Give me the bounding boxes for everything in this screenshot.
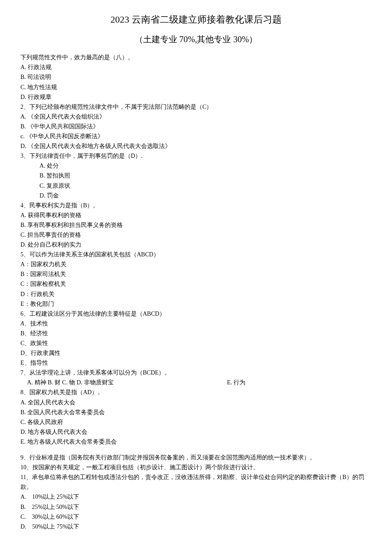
q3-option-d: D. 罚金 [20, 191, 372, 200]
q1-option-c: C. 地方性法规 [20, 82, 372, 92]
q11-stem: 11、承包单位将承包的工程转包或违法分包的，责令改正，没收违法所得，对勘察、设计… [20, 472, 372, 492]
q2-option-a: A. 《全国人民代表大会组织法》 [20, 112, 372, 122]
q9-stem: 9、行业标准是指（国务院有关行政部门制定并报国务院备案的，而又须要在全国范围内适… [20, 453, 372, 462]
q6-option-d: D、行政隶属性 [20, 348, 372, 358]
q4-option-a: A. 获得民事权利的资格 [20, 210, 372, 220]
q5-option-c: C：国家检察机关 [20, 279, 372, 289]
q5-option-d: D：行政机关 [20, 289, 372, 299]
q8-stem: 8、国家权力机关是指（AD）。 [20, 387, 372, 397]
q5-stem: 5、可以作为法律关系主体的国家机关包括（ABCD） [20, 250, 372, 259]
q2-option-b: B. 《中华人民共和国国际法》 [20, 122, 372, 131]
q4-stem: 4、民事权利实力是指（B）。 [20, 200, 372, 210]
q11-option-d: D. 50%以上 75%以下 [20, 522, 372, 532]
q2-stem: 2、下列已经颁布的规范性法律文件中，不属于宪法部门法范畴的是（C） [20, 102, 372, 112]
q8-option-a: A. 全国人民代表大会 [20, 398, 372, 407]
q6-option-b: B、经济性 [20, 328, 372, 338]
document-body: 下列规范性文件中，效力最高的是（八）。 A. 行政法规 B. 司法说明 C. 地… [20, 52, 372, 532]
q3-stem: 3、下列法律责任中，属于刑事惩罚的是（D）. [20, 151, 372, 161]
q1-option-b: B. 司法说明 [20, 72, 372, 82]
q4-option-c: C. 担当民事责任的资格 [20, 230, 372, 240]
q7-stem: 7、从法学理论上讲，法律关系客体可以分为（BCDE）。 [20, 368, 372, 378]
q11-option-c: C. 30%以上 60%以下 [20, 512, 372, 522]
q3-option-b: B. 暂扣执照 [20, 171, 372, 180]
q8-option-c: C. 各级人民政府 [20, 417, 372, 427]
q4-option-b: B. 享有民事权利和担当民事义务的资格 [20, 220, 372, 230]
q11-option-b: B. 25%以上 50%以下 [20, 502, 372, 512]
title-main: 2023 云南省二级建立师接着教化课后习题 [20, 12, 372, 27]
q7-options-left: A. 精神 B. 财 C. 物 D. 非物质财宝 [20, 378, 114, 387]
q3-option-c: C. 复原原状 [20, 181, 372, 191]
title-sub: （土建专业 70%,其他专业 30%） [20, 32, 372, 46]
q6-option-c: C、政策性 [20, 338, 372, 348]
q4-option-d: D. 处分自己权利的实力 [20, 240, 372, 250]
q1-option-a: A. 行政法规 [20, 62, 372, 72]
q3-option-a: A. 处分 [20, 161, 372, 171]
q1-option-d: D. 行政规章 [20, 92, 372, 102]
q2-option-d: D. 《全国人民代表大会和地方各级人民代表大会选取法》 [20, 141, 372, 151]
q10-stem: 10、按国家的有关规定，一般工程项目包括（初步设计、施工图设计）两个阶段进行设计… [20, 462, 372, 472]
q5-option-b: B：国家司法机关 [20, 269, 372, 279]
q6-option-e: E、指导性 [20, 358, 372, 368]
q7-options-right: E. 行为 [114, 378, 246, 387]
q2-option-c: c. 《中华人民共和国反垄断法》 [20, 131, 372, 141]
q6-stem: 6、工程建设法区分于其他法律的主要特征是（ABCD） [20, 309, 372, 319]
q11-option-a: A. 10%以上 25%以下 [20, 492, 372, 502]
q8-option-e: E. 地方各级人民代表大会常务委员会 [20, 437, 372, 447]
q5-option-a: A：国家权力机关 [20, 259, 372, 269]
q6-option-a: AA、技术性、技术性 [20, 319, 372, 328]
q5-option-e: E：教化部门 [20, 299, 372, 309]
q8-option-d: D. 地方各级人民代表大会 [20, 427, 372, 437]
q1-stem: 下列规范性文件中，效力最高的是（八）。 [20, 52, 372, 62]
q7-options: A. 精神 B. 财 C. 物 D. 非物质财宝 E. 行为 [20, 378, 372, 387]
q8-option-b: B. 全国人民代表大会常务委员会 [20, 407, 372, 417]
